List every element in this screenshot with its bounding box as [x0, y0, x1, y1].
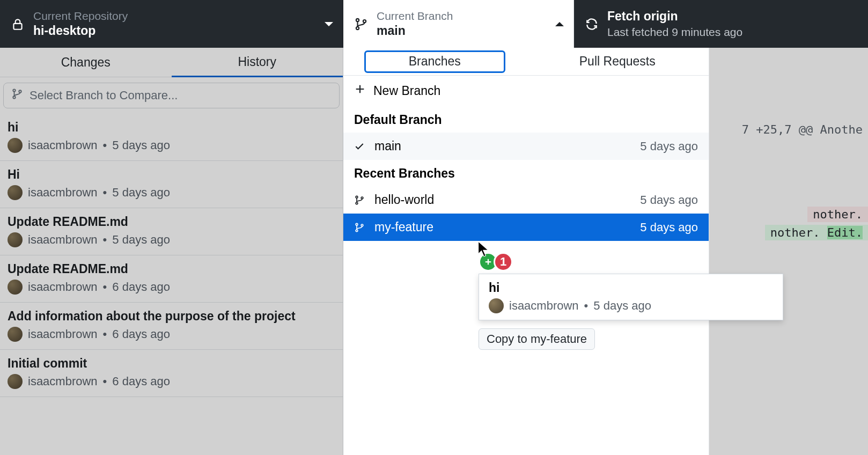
- dropdown-tab-branches[interactable]: Branches: [343, 48, 526, 75]
- branch-icon: [353, 16, 369, 32]
- svg-point-3: [363, 19, 366, 22]
- commit-list: hi isaacmbrown • 5 days ago Hi isaacmbro…: [0, 114, 343, 397]
- branch-icon: [354, 194, 366, 206]
- branch-row-hello-world[interactable]: hello-world 5 days ago: [343, 186, 709, 214]
- drag-tooltip: Copy to my-feature: [479, 328, 595, 350]
- svg-point-9: [361, 197, 363, 199]
- lock-icon: [10, 16, 26, 32]
- repo-label: Current Repository: [33, 9, 325, 23]
- avatar: [8, 327, 23, 342]
- svg-point-4: [13, 89, 15, 91]
- plus-icon: [354, 83, 366, 98]
- avatar: [8, 374, 23, 389]
- tab-history[interactable]: History: [172, 48, 343, 77]
- fetch-status: Last fetched 9 minutes ago: [607, 25, 858, 39]
- repo-selector[interactable]: Current Repository hi-desktop: [0, 0, 343, 48]
- svg-point-5: [13, 96, 15, 98]
- svg-point-12: [361, 224, 363, 226]
- diff-added-line: nother. Edit.: [765, 225, 868, 240]
- check-icon: [354, 141, 366, 152]
- svg-point-6: [19, 90, 21, 92]
- branch-dropdown: Branches Pull Requests New Branch Defaul…: [343, 48, 709, 455]
- diff-hunk-header: 7 +25,7 @@ Anothe: [737, 122, 868, 137]
- dropdown-tab-pull-requests[interactable]: Pull Requests: [526, 48, 709, 75]
- compare-placeholder: Select Branch to Compare...: [30, 89, 178, 102]
- sync-icon: [584, 16, 600, 32]
- branch-icon: [354, 222, 366, 233]
- svg-point-2: [356, 26, 359, 29]
- left-sidebar: Changes History Select Branch to Compare…: [0, 48, 343, 455]
- cursor-icon: [477, 241, 491, 259]
- commit-item[interactable]: Hi isaacmbrown • 5 days ago: [0, 161, 343, 208]
- svg-point-7: [356, 196, 358, 198]
- compare-branch-input[interactable]: Select Branch to Compare...: [3, 83, 340, 108]
- diff-removed-line: nother.: [807, 207, 868, 222]
- svg-point-1: [356, 18, 359, 21]
- fetch-label: Fetch origin: [607, 9, 858, 25]
- svg-rect-0: [13, 23, 21, 29]
- avatar: [8, 138, 23, 153]
- commit-item[interactable]: Update README.md isaacmbrown • 5 days ag…: [0, 208, 343, 255]
- branch-row-my-feature[interactable]: my-feature 5 days ago: [343, 214, 709, 241]
- repo-value: hi-desktop: [33, 23, 325, 39]
- branch-label: Current Branch: [377, 9, 555, 23]
- fetch-button[interactable]: Fetch origin Last fetched 9 minutes ago: [574, 0, 868, 48]
- commit-item[interactable]: Add information about the purpose of the…: [0, 303, 343, 350]
- branch-icon: [11, 87, 23, 104]
- default-branch-heading: Default Branch: [343, 106, 709, 133]
- header-bar: Current Repository hi-desktop Current Br…: [0, 0, 868, 48]
- avatar: [8, 185, 23, 200]
- svg-point-11: [356, 230, 358, 232]
- avatar: [8, 280, 23, 295]
- tab-changes[interactable]: Changes: [0, 48, 172, 77]
- new-branch-button[interactable]: New Branch: [343, 76, 709, 106]
- avatar: [8, 232, 23, 247]
- commit-item[interactable]: hi isaacmbrown • 5 days ago: [0, 114, 343, 161]
- branch-value: main: [377, 23, 555, 39]
- drag-commit-card[interactable]: hi isaacmbrown • 5 days ago: [479, 274, 783, 320]
- left-tabs: Changes History: [0, 48, 343, 77]
- chevron-down-icon: [325, 22, 333, 26]
- chevron-up-icon: [555, 22, 564, 26]
- recent-branches-heading: Recent Branches: [343, 160, 709, 186]
- avatar: [489, 298, 504, 313]
- branch-selector[interactable]: Current Branch main: [343, 0, 574, 48]
- svg-point-10: [356, 223, 358, 225]
- svg-point-8: [356, 202, 358, 204]
- commit-item[interactable]: Update README.md isaacmbrown • 6 days ag…: [0, 255, 343, 303]
- commit-item[interactable]: Initial commit isaacmbrown • 6 days ago: [0, 350, 343, 397]
- count-badge: 1: [494, 252, 513, 271]
- branch-row-main[interactable]: main 5 days ago: [343, 133, 709, 160]
